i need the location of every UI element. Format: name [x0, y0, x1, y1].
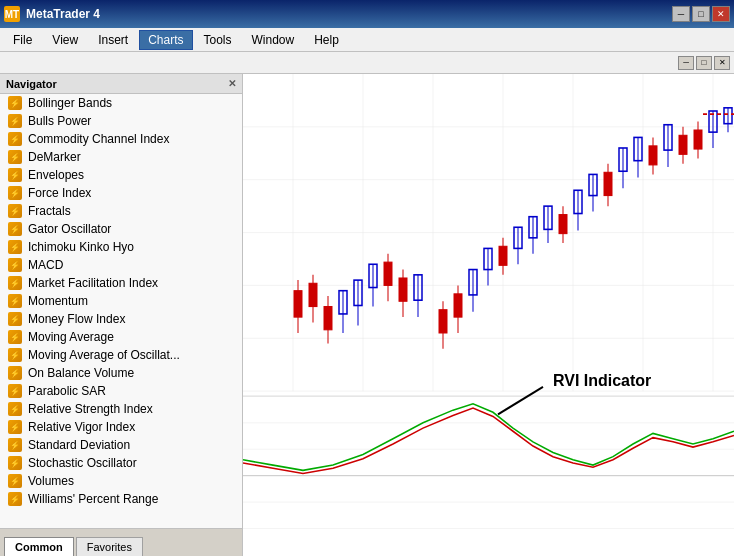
indicator-icon: ⚡: [8, 348, 22, 362]
indicator-label: Stochastic Oscillator: [28, 456, 137, 470]
navigator-list[interactable]: ⚡ Bollinger Bands ⚡ Bulls Power ⚡ Commod…: [0, 94, 242, 528]
indicator-icon: ⚡: [8, 420, 22, 434]
svg-rect-27: [454, 294, 462, 317]
list-item[interactable]: ⚡ Commodity Channel Index: [0, 130, 242, 148]
list-item[interactable]: ⚡ Market Facilitation Index: [0, 274, 242, 292]
indicator-icon: ⚡: [8, 312, 22, 326]
indicator-icon: ⚡: [8, 366, 22, 380]
tab-favorites[interactable]: Favorites: [76, 537, 143, 556]
chart-area[interactable]: RVI Indicator: [243, 74, 734, 556]
navigator-tabs: Common Favorites: [0, 528, 242, 556]
list-item[interactable]: ⚡ DeMarker: [0, 148, 242, 166]
indicator-icon: ⚡: [8, 384, 22, 398]
chart-svg: RVI Indicator: [243, 74, 734, 556]
indicator-icon: ⚡: [8, 438, 22, 452]
indicator-icon: ⚡: [8, 330, 22, 344]
svg-rect-15: [294, 291, 302, 317]
list-item[interactable]: ⚡ Stochastic Oscillator: [0, 454, 242, 472]
list-item[interactable]: ⚡ Volumes: [0, 472, 242, 490]
indicator-label: Market Facilitation Index: [28, 276, 158, 290]
list-item[interactable]: ⚡ Moving Average of Oscillat...: [0, 346, 242, 364]
list-item[interactable]: ⚡ Parabolic SAR: [0, 382, 242, 400]
indicator-label: DeMarker: [28, 150, 81, 164]
svg-rect-39: [694, 130, 702, 149]
list-item[interactable]: ⚡ Momentum: [0, 292, 242, 310]
list-item[interactable]: ⚡ Gator Oscillator: [0, 220, 242, 238]
list-item[interactable]: ⚡ Force Index: [0, 184, 242, 202]
svg-rect-25: [439, 310, 447, 333]
svg-rect-21: [384, 262, 392, 285]
indicator-label: MACD: [28, 258, 63, 272]
list-item[interactable]: ⚡ MACD: [0, 256, 242, 274]
list-item[interactable]: ⚡ Moving Average: [0, 328, 242, 346]
maximize-button[interactable]: □: [692, 6, 710, 22]
indicator-icon: ⚡: [8, 402, 22, 416]
list-item[interactable]: ⚡ Bulls Power: [0, 112, 242, 130]
indicator-label: Parabolic SAR: [28, 384, 106, 398]
indicator-label: Relative Vigor Index: [28, 420, 135, 434]
indicator-icon: ⚡: [8, 132, 22, 146]
svg-rect-23: [399, 278, 407, 301]
svg-rect-19: [324, 307, 332, 330]
list-item[interactable]: ⚡ Bollinger Bands: [0, 94, 242, 112]
indicator-label: Moving Average: [28, 330, 114, 344]
list-item[interactable]: ⚡ Relative Strength Index: [0, 400, 242, 418]
menu-insert[interactable]: Insert: [89, 30, 137, 50]
indicator-label: Standard Deviation: [28, 438, 130, 452]
navigator-close-button[interactable]: ✕: [228, 78, 236, 89]
svg-text:RVI Indicator: RVI Indicator: [553, 370, 652, 388]
indicator-icon: ⚡: [8, 294, 22, 308]
menu-charts[interactable]: Charts: [139, 30, 192, 50]
indicator-label: Gator Oscillator: [28, 222, 111, 236]
indicator-icon: ⚡: [8, 168, 22, 182]
indicator-icon: ⚡: [8, 258, 22, 272]
list-item[interactable]: ⚡ Ichimoku Kinko Hyo: [0, 238, 242, 256]
indicator-label: Bollinger Bands: [28, 96, 112, 110]
inner-controls: ─ □ ✕: [0, 52, 734, 74]
indicator-icon: ⚡: [8, 96, 22, 110]
indicator-label: Moving Average of Oscillat...: [28, 348, 180, 362]
menu-help[interactable]: Help: [305, 30, 348, 50]
tab-common[interactable]: Common: [4, 537, 74, 556]
indicator-icon: ⚡: [8, 240, 22, 254]
svg-rect-31: [559, 215, 567, 234]
indicator-label: Momentum: [28, 294, 88, 308]
indicator-icon: ⚡: [8, 474, 22, 488]
svg-rect-17: [309, 283, 317, 306]
minimize-button[interactable]: ─: [672, 6, 690, 22]
indicator-label: Williams' Percent Range: [28, 492, 158, 506]
close-button[interactable]: ✕: [712, 6, 730, 22]
indicator-icon: ⚡: [8, 222, 22, 236]
navigator-title: Navigator: [6, 78, 57, 90]
list-item[interactable]: ⚡ Envelopes: [0, 166, 242, 184]
inner-minimize-button[interactable]: ─: [678, 56, 694, 70]
list-item[interactable]: ⚡ Standard Deviation: [0, 436, 242, 454]
menu-tools[interactable]: Tools: [195, 30, 241, 50]
list-item[interactable]: ⚡ Relative Vigor Index: [0, 418, 242, 436]
list-item[interactable]: ⚡ Money Flow Index: [0, 310, 242, 328]
svg-rect-33: [604, 172, 612, 195]
menu-window[interactable]: Window: [243, 30, 304, 50]
list-item[interactable]: ⚡ On Balance Volume: [0, 364, 242, 382]
indicator-label: Force Index: [28, 186, 91, 200]
indicator-icon: ⚡: [8, 204, 22, 218]
list-item[interactable]: ⚡ Williams' Percent Range: [0, 490, 242, 508]
indicator-icon: ⚡: [8, 150, 22, 164]
inner-maximize-button[interactable]: □: [696, 56, 712, 70]
menu-file[interactable]: File: [4, 30, 41, 50]
svg-rect-74: [243, 396, 734, 556]
menu-view[interactable]: View: [43, 30, 87, 50]
title-bar-text: MetaTrader 4: [26, 7, 100, 21]
navigator-header: Navigator ✕: [0, 74, 242, 94]
indicator-label: Relative Strength Index: [28, 402, 153, 416]
list-item[interactable]: ⚡ Fractals: [0, 202, 242, 220]
indicator-icon: ⚡: [8, 492, 22, 506]
svg-rect-29: [499, 246, 507, 265]
indicator-label: Money Flow Index: [28, 312, 125, 326]
indicator-label: On Balance Volume: [28, 366, 134, 380]
inner-close-button[interactable]: ✕: [714, 56, 730, 70]
main-content: Navigator ✕ ⚡ Bollinger Bands ⚡ Bulls Po…: [0, 74, 734, 556]
indicator-label: Ichimoku Kinko Hyo: [28, 240, 134, 254]
svg-rect-37: [679, 135, 687, 154]
svg-rect-35: [649, 146, 657, 165]
